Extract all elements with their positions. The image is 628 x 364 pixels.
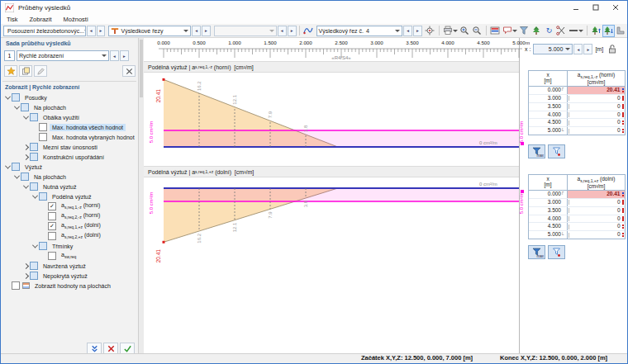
x-position-input[interactable]: 5.000 — [533, 44, 573, 54]
tree-checkbox[interactable] — [30, 182, 38, 191]
tree-checkbox[interactable] — [30, 113, 38, 121]
value-cell[interactable]: 0 — [567, 95, 625, 102]
zoom-out-button[interactable] — [471, 25, 483, 37]
tree-checkbox[interactable] — [12, 281, 20, 290]
title-bar[interactable]: Průběhy výsledků — [1, 1, 627, 14]
filter-button[interactable] — [518, 25, 530, 37]
tree-checkbox[interactable] — [30, 272, 38, 280]
design-case-prev-button[interactable]: ◂ — [87, 26, 96, 36]
tree-checkbox[interactable] — [48, 232, 56, 240]
set-next-button[interactable]: ▸ — [120, 50, 129, 61]
tree-expander-icon[interactable] — [22, 264, 30, 268]
line-style-button[interactable] — [568, 25, 584, 37]
zoom-in-button[interactable] — [459, 25, 471, 37]
diagram-above-button[interactable] — [590, 25, 602, 37]
tree-item[interactable]: Max. hodnota všech hodnot — [1, 122, 138, 132]
tree-item-label[interactable]: Max. hodnota vybraných hodnot — [50, 134, 137, 141]
value-cell[interactable]: 0 — [567, 215, 625, 223]
tree-item-label[interactable]: Nutná výztuž — [40, 183, 78, 191]
ruler[interactable]: 0.0000.5001.0001.5002.0002.5003.0003.500… — [144, 38, 530, 61]
value-cell[interactable]: 0 — [567, 119, 625, 126]
tree-item[interactable]: ✓as,req,1,+z (dolní) — [1, 221, 138, 231]
tree-checkbox[interactable] — [21, 173, 29, 181]
filter-user-button[interactable] — [548, 245, 565, 259]
tree-expander-icon[interactable] — [22, 155, 30, 159]
design-case-next-button[interactable]: ▸ — [97, 26, 106, 36]
tree-item[interactable]: Výztuž — [1, 162, 138, 172]
maximize-icon[interactable] — [586, 2, 606, 12]
table-row[interactable]: 0.000Γ20.41 — [529, 87, 625, 95]
result-section-next-button[interactable]: ▸ — [413, 26, 422, 36]
x-next-button[interactable]: ▸ — [583, 44, 592, 54]
value-cell[interactable]: 0 — [567, 199, 625, 206]
tree-item-label[interactable]: Zobrazit hodnoty na plochách — [32, 282, 113, 290]
design-case-combo[interactable]: Posouzení železobetonovýc... — [3, 26, 86, 36]
tree-item-label[interactable]: asw,req — [59, 251, 78, 260]
table-row[interactable]: 5.000L0 — [529, 231, 625, 239]
value-cell[interactable]: 0 — [567, 207, 625, 215]
tree-item-label[interactable]: as,req,2,-z (horní) — [59, 211, 102, 220]
empty-combo-prev-button[interactable]: ◂ — [278, 26, 287, 36]
tree-item-label[interactable]: Na plochách — [31, 104, 69, 111]
empty-combo-next-button[interactable]: ▸ — [288, 26, 297, 36]
x-cell[interactable]: 0.000Γ — [529, 87, 567, 94]
result-diagram-bottom[interactable]: 16.212.17.93.820.415.0 cm²/m5.0 cm²/m0 c… — [144, 177, 530, 273]
tree-item-label[interactable]: Na plochách — [31, 173, 69, 181]
minimize-icon[interactable] — [566, 2, 586, 12]
refresh-button[interactable]: ↻ — [543, 25, 555, 37]
tree-item-label[interactable]: Konstrukční uspořádání — [40, 154, 107, 161]
tree-checkbox[interactable]: ✓ — [48, 202, 56, 210]
tree-expander-icon[interactable] — [22, 185, 30, 189]
x-cell[interactable]: 4.500 — [529, 119, 567, 126]
tree-checkbox[interactable] — [30, 143, 38, 151]
set-prev-button[interactable]: ◂ — [110, 50, 119, 61]
tree-item-label[interactable]: as,req,2,+z (dolní) — [59, 231, 103, 240]
edit-set-button[interactable] — [34, 65, 47, 77]
tree-checkbox[interactable] — [12, 163, 20, 171]
tree-item[interactable]: as,req,2,+z (dolní) — [1, 231, 138, 241]
tree-item[interactable]: Na plochách — [1, 102, 138, 112]
x-cell[interactable]: 3.500 — [529, 103, 567, 111]
tree-checkbox[interactable] — [39, 242, 47, 250]
tree-expander-icon[interactable] — [22, 145, 30, 149]
tree-item-label[interactable]: Obálka využití — [40, 114, 82, 121]
tree-expander-icon[interactable] — [22, 274, 30, 278]
table-row[interactable]: 4.0000 — [529, 215, 625, 224]
tree-checkbox[interactable] — [48, 212, 56, 220]
tree-expander-icon[interactable] — [22, 116, 30, 120]
value-cell[interactable]: 0 — [567, 223, 625, 230]
table-row[interactable]: 4.5000 — [529, 119, 625, 127]
close-icon[interactable] — [606, 2, 626, 12]
tree-checkbox[interactable]: ✓ — [48, 222, 56, 230]
x-cell[interactable]: 4.500 — [529, 223, 567, 230]
value-cell[interactable]: 0 — [567, 127, 625, 135]
tree-item-label[interactable]: Nepokrytá výztuž — [40, 272, 90, 280]
clip-section-button[interactable] — [555, 25, 568, 37]
table-row[interactable]: 4.5000 — [529, 223, 625, 231]
menu-print[interactable]: Tisk — [1, 16, 23, 23]
table-row[interactable]: 3.0000 — [529, 95, 625, 103]
results-on-objects-button[interactable] — [530, 25, 543, 37]
diagram-pin-button[interactable] — [302, 25, 315, 37]
tree-item-label[interactable]: Posudky — [22, 94, 50, 102]
table-row[interactable]: 4.0000 — [529, 111, 625, 120]
value-cell[interactable]: 0 — [567, 111, 625, 119]
value-cell[interactable]: 20.41 — [567, 87, 625, 94]
value-cell[interactable]: 20.41 — [567, 191, 625, 198]
tree-checkbox[interactable] — [30, 153, 38, 161]
diagram-below-button[interactable] — [602, 25, 615, 37]
tree-checkbox[interactable] — [39, 133, 47, 141]
filter-max-button[interactable]: max — [528, 144, 545, 158]
x-cell[interactable]: 3.500 — [529, 207, 567, 215]
view-type-combo[interactable]: Výsledkové řezy — [108, 26, 191, 36]
filter-user-button[interactable] — [548, 144, 565, 158]
tree-item[interactable]: Mezní stav únosnosti — [1, 142, 138, 152]
display-properties-button[interactable] — [489, 25, 502, 37]
tree-checkbox[interactable] — [39, 192, 47, 201]
tree-item-label[interactable]: as,req,1,+z (dolní) — [59, 221, 103, 230]
tree-item-label[interactable]: Třmínky — [50, 243, 75, 250]
tree-item[interactable]: Třmínky — [1, 241, 138, 251]
tree-checkbox[interactable] — [21, 103, 29, 111]
tree-item[interactable]: asw,req — [1, 251, 138, 261]
tree-item-label[interactable]: Navržená výztuž — [40, 262, 88, 270]
